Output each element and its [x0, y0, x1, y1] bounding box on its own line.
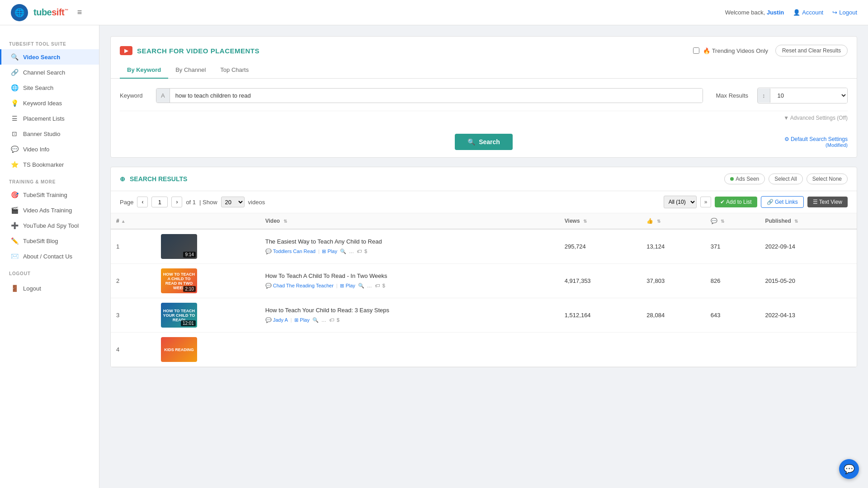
sidebar-label-yt-ad-spy: YouTube Ad Spy Tool — [23, 222, 79, 229]
search-button[interactable]: 🔍 Search — [455, 134, 513, 150]
search-action-area: 🔍 Search ⚙ Default Search Settings (Modi… — [111, 125, 857, 157]
sidebar-item-about-contact[interactable]: ✉️ About / Contact Us — [0, 249, 99, 264]
pagination-bar: Page ‹ › of 1 | Show 10 20 50 100 videos — [111, 191, 857, 213]
table-header: #▲ Video ⇅ Views ⇅ 👍 ⇅ 💬 ⇅ Published ⇅ — [111, 213, 857, 229]
add-to-list-button[interactable]: ✔ Add to List — [715, 197, 757, 207]
training-label: TRAINING & MORE — [0, 176, 99, 187]
dollar-icon-2[interactable]: $ — [382, 283, 385, 288]
table-row: 2 HOW TO TEACH A CHILD TO READ IN TWO WE… — [111, 264, 857, 298]
get-links-button[interactable]: 🔗 Get Links — [761, 196, 804, 208]
likes-1: 13,124 — [646, 243, 665, 250]
select-all-button[interactable]: Select All — [769, 174, 802, 184]
sidebar-item-video-search[interactable]: 🔍 Video Search — [0, 49, 99, 65]
play-btn-3[interactable]: ⊞ Play — [294, 316, 309, 324]
thumb-3: HOW TO TEACH YOUR CHILD TO READ! 12:01 — [161, 303, 197, 328]
thumb-1: 9:14 — [161, 234, 197, 259]
dollar-icon-3[interactable]: $ — [337, 317, 340, 323]
sidebar-item-placement-lists[interactable]: ☰ Placement Lists — [0, 111, 99, 126]
show-select[interactable]: 10 20 50 100 — [221, 197, 245, 207]
results-table: #▲ Video ⇅ Views ⇅ 👍 ⇅ 💬 ⇅ Published ⇅ 1 — [111, 213, 857, 367]
account-link[interactable]: 👤 Account — [793, 9, 823, 16]
more-icon-1[interactable]: … — [349, 249, 354, 254]
tab-by-channel[interactable]: By Channel — [168, 62, 213, 79]
layout: TUBESIFT TOOL SUITE 🔍 Video Search 🔗 Cha… — [0, 0, 868, 488]
sidebar-item-site-search[interactable]: 🌐 Site Search — [0, 80, 99, 95]
video-info-2: How To Teach A Child To Read - In Two We… — [265, 272, 554, 290]
default-search-settings[interactable]: ⚙ Default Search Settings (Modified) — [784, 136, 848, 148]
playlist-icon-1: ⊞ — [322, 249, 326, 254]
channel-link-1[interactable]: 💬 Toddlers Can Read — [265, 248, 316, 255]
magnify-icon-3[interactable]: 🔍 — [312, 317, 319, 323]
more-icon-2[interactable]: … — [367, 283, 372, 288]
video-actions-2: 💬 Chad The Reading Teacher | ⊞ Play 🔍 — [265, 282, 554, 290]
page-input[interactable] — [151, 197, 168, 207]
playlist-icon-3: ⊞ — [294, 317, 298, 323]
col-video[interactable]: Video ⇅ — [260, 213, 559, 229]
sidebar-item-logout[interactable]: 🚪 Logout — [0, 281, 99, 296]
tab-by-keyword[interactable]: By Keyword — [120, 62, 168, 79]
keyword-input[interactable] — [170, 89, 703, 103]
sidebar-item-video-info[interactable]: 💬 Video Info — [0, 141, 99, 157]
row-num-2: 2 — [116, 277, 119, 284]
sidebar-label-tubesift-blog: TubeSift Blog — [23, 238, 58, 244]
keyword-prefix: A — [156, 89, 170, 103]
magnify-icon-2[interactable]: 🔍 — [358, 283, 364, 289]
sidebar-item-ts-bookmarker[interactable]: ⭐ TS Bookmarker — [0, 157, 99, 172]
sidebar-label-ts-bookmarker: TS Bookmarker — [23, 161, 64, 168]
sidebar-label-logout: Logout — [23, 285, 41, 292]
dollar-icon-1[interactable]: $ — [364, 249, 367, 254]
sidebar-item-channel-search[interactable]: 🔗 Channel Search — [0, 65, 99, 80]
panel-header: ▶ SEARCH FOR VIDEO PLACEMENTS 🔥 Trending… — [111, 37, 857, 56]
tag-icon-1[interactable]: 🏷 — [357, 249, 362, 254]
main-content: ▶ SEARCH FOR VIDEO PLACEMENTS 🔥 Trending… — [99, 25, 868, 488]
next-page-button[interactable]: › — [171, 197, 182, 207]
magnify-icon-1[interactable]: 🔍 — [340, 249, 346, 254]
sidebar-item-video-ads-training[interactable]: 🎬 Video Ads Training — [0, 202, 99, 218]
play-btn-1[interactable]: ⊞ Play — [322, 248, 337, 255]
keyword-row: Keyword A Max Results ↕ 10 20 50 100 — [120, 88, 848, 103]
logo-icon: 🌐 — [11, 4, 28, 21]
forward-arrows-button[interactable]: » — [700, 197, 712, 207]
hamburger-icon[interactable]: ≡ — [77, 8, 82, 17]
topnav-right: Welcome back, Justin 👤 Account ↪ Logout — [725, 9, 857, 16]
col-comments[interactable]: 💬 ⇅ — [705, 213, 760, 229]
channel-icon-3: 💬 — [265, 317, 272, 323]
sidebar-item-banner-studio[interactable]: ⊡ Banner Studio — [0, 126, 99, 141]
select-none-button[interactable]: Select None — [807, 174, 848, 184]
reset-button[interactable]: Reset and Clear Results — [775, 45, 848, 56]
sidebar-item-yt-ad-spy[interactable]: ➕ YouTube Ad Spy Tool — [0, 218, 99, 233]
sidebar-label-about-contact: About / Contact Us — [23, 253, 72, 260]
col-likes[interactable]: 👍 ⇅ — [641, 213, 705, 229]
chat-button[interactable]: 💬 — [839, 459, 859, 479]
play-btn-2[interactable]: ⊞ Play — [340, 282, 355, 290]
tab-top-charts[interactable]: Top Charts — [213, 62, 256, 79]
channel-link-2[interactable]: 💬 Chad The Reading Teacher — [265, 282, 334, 290]
video-title-3: How to Teach Your Child to Read: 3 Easy … — [265, 307, 554, 314]
more-icon-3[interactable]: … — [321, 317, 326, 323]
sidebar-item-tubesift-blog[interactable]: ✏️ TubeSift Blog — [0, 233, 99, 249]
tag-icon-2[interactable]: 🏷 — [375, 283, 380, 288]
sidebar-item-tubesift-training[interactable]: 🎯 TubeSift Training — [0, 187, 99, 202]
all-select[interactable]: All (10) — [664, 196, 697, 208]
trending-checkbox[interactable] — [693, 47, 699, 54]
ads-seen-button[interactable]: Ads Seen — [724, 174, 765, 184]
logout-icon: ↪ — [832, 9, 837, 16]
logout-link[interactable]: ↪ Logout — [832, 9, 857, 16]
search-form: Keyword A Max Results ↕ 10 20 50 100 — [111, 79, 857, 125]
col-views[interactable]: Views ⇅ — [559, 213, 642, 229]
channel-link-3[interactable]: 💬 Jady A — [265, 316, 288, 324]
prev-page-button[interactable]: ‹ — [137, 197, 148, 207]
sidebar-label-tubesift-training: TubeSift Training — [23, 192, 67, 198]
row-num-3: 3 — [116, 312, 119, 319]
max-results-select[interactable]: 10 20 50 100 200 — [770, 88, 848, 103]
sidebar-item-keyword-ideas[interactable]: 💡 Keyword Ideas — [0, 95, 99, 111]
tag-icon-3[interactable]: 🏷 — [329, 317, 334, 323]
max-results-label: Max Results — [712, 92, 748, 99]
published-3: 2022-04-13 — [765, 312, 795, 319]
suite-label: TUBESIFT TOOL SUITE — [0, 38, 99, 49]
sidebar-label-video-info: Video Info — [23, 146, 49, 153]
text-view-button[interactable]: ☰ Text View — [807, 197, 848, 207]
sidebar-label-keyword-ideas: Keyword Ideas — [23, 100, 62, 107]
advanced-settings-link[interactable]: ▼ Advanced Settings (Off) — [783, 115, 848, 121]
col-published[interactable]: Published ⇅ — [760, 213, 857, 229]
